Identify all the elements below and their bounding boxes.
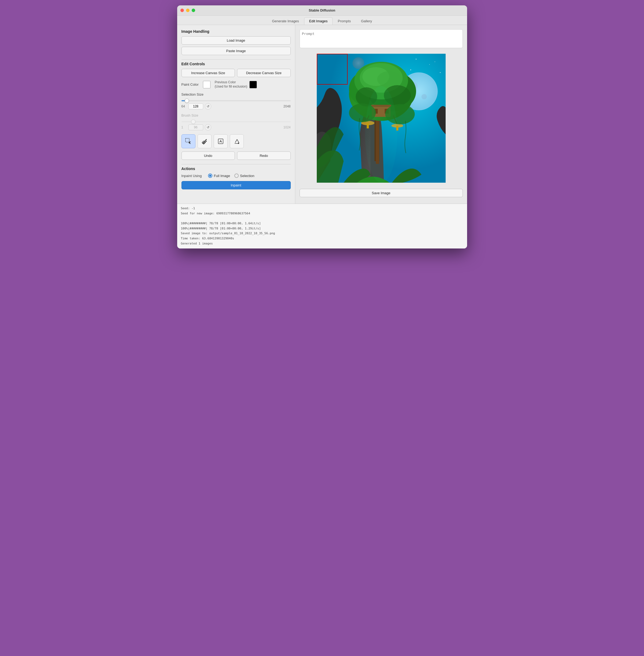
selection-tool-button[interactable]	[182, 134, 196, 148]
save-image-button[interactable]: Save Image	[300, 189, 463, 197]
brush-size-value-row: 1 ↺ 1024	[182, 124, 291, 131]
tools-row	[182, 134, 291, 148]
brush-size-input[interactable]	[188, 124, 203, 130]
inpaint-using-label: Inpaint Using	[182, 174, 202, 178]
svg-point-24	[377, 71, 401, 87]
prev-color-block: Previous Color(Used for fill exclusion)	[215, 80, 257, 89]
edit-controls-title: Edit Controls	[182, 62, 291, 66]
status-line-7: Time taken: 63.68413901329040s	[181, 236, 463, 241]
selection-size-value-row: 64 ↺ 2048	[182, 103, 291, 110]
image-handling-title: Image Handling	[182, 29, 291, 34]
selection-size-max: 2048	[283, 105, 291, 108]
prev-color-swatch[interactable]	[249, 81, 257, 88]
tab-gallery[interactable]: Gallery	[356, 17, 377, 25]
status-bar: Seed: -1 Seed for new image: 69093177809…	[177, 204, 467, 248]
image-handling-section: Image Handling Load Image Paste Image	[182, 29, 291, 55]
selection-size-input[interactable]	[188, 104, 203, 109]
right-panel: Save Image	[295, 25, 467, 204]
selection-size-min: 64	[182, 105, 187, 108]
pen-tool-button[interactable]	[214, 134, 228, 148]
radio-selection-label: Selection	[240, 174, 254, 178]
maximize-button[interactable]	[192, 8, 195, 12]
undo-redo-row: Undo Redo	[182, 152, 291, 160]
svg-point-14	[421, 94, 427, 100]
inpaint-using-row: Inpaint Using Full Image Selection	[182, 174, 291, 178]
svg-point-10	[440, 72, 440, 73]
radio-full-image-label: Full Image	[214, 174, 230, 178]
redo-button[interactable]: Redo	[237, 152, 291, 160]
radio-full-image-circle[interactable]	[208, 174, 212, 178]
status-line-4: 100%|#########| 78/78 [01:00<00:00, 1.64…	[181, 221, 463, 226]
status-line-2: Seed for new image: 6909317780968637564	[181, 211, 463, 216]
app-window: Stable Diffusion Generate Images Edit Im…	[177, 5, 467, 248]
svg-rect-2	[218, 139, 223, 144]
actions-title: Actions	[182, 167, 291, 171]
status-line-3	[181, 216, 463, 221]
load-image-button[interactable]: Load Image	[182, 36, 291, 45]
svg-point-6	[429, 64, 430, 65]
selection-size-section: Selection Size 64 ↺ 2048	[182, 92, 291, 110]
status-line-8: Generated 1 images	[181, 241, 463, 246]
brush-size-reset[interactable]: ↺	[205, 124, 211, 131]
brush-size-label: Brush Size	[182, 113, 291, 117]
selection-size-reset[interactable]: ↺	[205, 103, 211, 110]
inpaint-button[interactable]: Inpaint	[182, 181, 291, 189]
decrease-canvas-button[interactable]: Decrease Canvas Size	[237, 69, 291, 77]
tab-bar: Generate Images Edit Images Prompts Gall…	[177, 16, 467, 25]
minimize-button[interactable]	[186, 8, 189, 12]
prompt-input[interactable]	[300, 29, 463, 48]
divider-2	[182, 164, 291, 165]
selection-size-label: Selection Size	[182, 92, 291, 96]
canvas-svg	[317, 54, 445, 183]
status-line-1: Seed: -1	[181, 206, 463, 211]
status-line-5: 100%|#########| 78/78 [01:00<00:00, 1.29…	[181, 226, 463, 231]
brush-size-section: Brush Size 1 ↺ 1024	[182, 113, 291, 131]
status-line-6: Saved image to: output/sample_01_10_2022…	[181, 231, 463, 236]
svg-point-7	[410, 69, 411, 70]
divider-1	[182, 59, 291, 60]
radio-selection-circle[interactable]	[234, 174, 239, 178]
eraser-tool-button[interactable]	[198, 134, 211, 148]
main-content: Image Handling Load Image Paste Image Ed…	[177, 25, 467, 204]
tab-prompts[interactable]: Prompts	[332, 17, 356, 25]
paint-color-label: Paint Color	[182, 83, 199, 87]
tab-generate-images[interactable]: Generate Images	[267, 17, 304, 25]
selection-size-slider[interactable]	[182, 100, 291, 101]
paste-image-button[interactable]: Paste Image	[182, 47, 291, 55]
paint-color-swatch[interactable]	[203, 81, 210, 88]
svg-point-39	[365, 86, 397, 183]
tab-edit-images[interactable]: Edit Images	[304, 17, 333, 25]
radio-full-image[interactable]: Full Image	[208, 174, 230, 178]
close-button[interactable]	[180, 8, 184, 12]
undo-button[interactable]: Undo	[182, 152, 235, 160]
fill-tool-button[interactable]	[230, 134, 244, 148]
canvas-size-buttons: Increase Canvas Size Decrease Canvas Siz…	[182, 69, 291, 77]
actions-section: Actions Inpaint Using Full Image Selecti…	[182, 167, 291, 189]
brush-size-min: 1	[182, 126, 187, 129]
radio-selection[interactable]: Selection	[234, 174, 254, 178]
svg-rect-0	[185, 138, 189, 142]
prev-color-label: Previous Color(Used for fill exclusion)	[215, 80, 247, 89]
save-btn-row: Save Image	[300, 189, 463, 199]
svg-point-5	[416, 59, 416, 59]
canvas-area[interactable]	[300, 51, 463, 185]
titlebar: Stable Diffusion	[177, 5, 467, 16]
increase-canvas-button[interactable]: Increase Canvas Size	[182, 69, 235, 77]
svg-point-9	[435, 62, 435, 62]
edit-controls-section: Edit Controls Increase Canvas Size Decre…	[182, 62, 291, 160]
brush-size-slider[interactable]	[182, 121, 291, 122]
left-panel: Image Handling Load Image Paste Image Ed…	[177, 25, 295, 204]
traffic-lights	[180, 8, 195, 12]
brush-size-max: 1024	[283, 126, 291, 129]
canvas-image	[317, 54, 445, 183]
window-title: Stable Diffusion	[309, 8, 335, 13]
color-row: Paint Color Previous Color(Used for fill…	[182, 80, 291, 89]
